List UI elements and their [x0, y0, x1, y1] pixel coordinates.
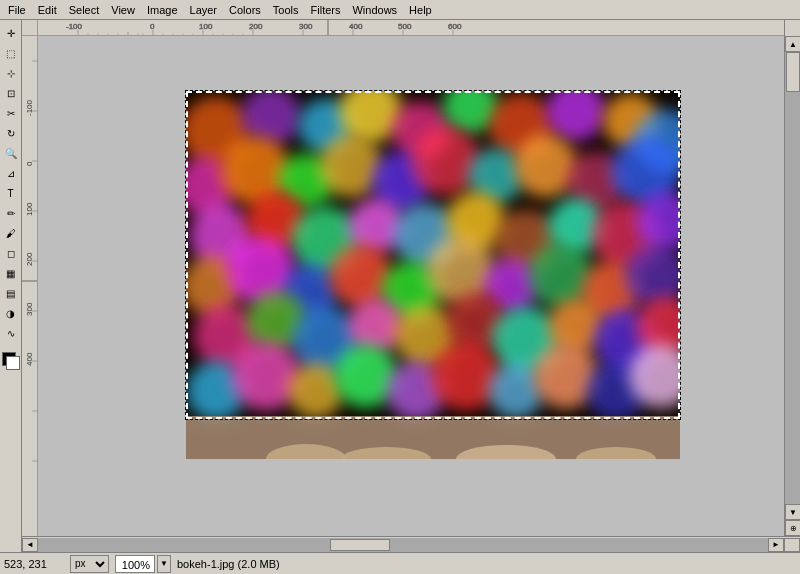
- statusbar: 523, 231 px % in mm 100% ▼ bokeh-1.jpg (…: [0, 552, 800, 574]
- svg-text:0: 0: [25, 161, 34, 166]
- ruler-and-canvas: ✛ ⬚ ⊹ ⊡ ✂ ↻ 🔍 ⊿ T ✏ 🖌 ◻ ▦ ▤ ◑ ∿: [0, 20, 800, 552]
- coordinates-display: 523, 231: [4, 558, 64, 570]
- menu-edit[interactable]: Edit: [32, 2, 63, 18]
- tool-erase[interactable]: ◻: [2, 244, 20, 262]
- scroll-down-button[interactable]: ▼: [785, 504, 800, 520]
- top-right-corner: [784, 20, 800, 36]
- svg-text:600: 600: [448, 22, 462, 31]
- svg-text:400: 400: [349, 22, 363, 31]
- svg-text:0: 0: [150, 22, 155, 31]
- menu-view[interactable]: View: [105, 2, 141, 18]
- svg-text:200: 200: [25, 252, 34, 266]
- zoom-dropdown-button[interactable]: ▼: [157, 555, 171, 573]
- hscroll-track[interactable]: [38, 538, 768, 552]
- unit-select[interactable]: px % in mm: [70, 555, 109, 573]
- tool-lasso[interactable]: ⊹: [2, 64, 20, 82]
- menu-layer[interactable]: Layer: [184, 2, 224, 18]
- left-ruler: -100 0 100 200 300 400: [22, 36, 38, 536]
- horizontal-scrollbar: ◄ ►: [22, 536, 800, 552]
- svg-text:-100: -100: [66, 22, 83, 31]
- ruler-corner: [22, 20, 38, 36]
- scroll-up-button[interactable]: ▲: [785, 36, 800, 52]
- svg-text:100: 100: [199, 22, 213, 31]
- tool-zoom[interactable]: 🔍: [2, 144, 20, 162]
- right-scrollbar: ▲ ▼ ⊕: [784, 36, 800, 536]
- menu-image[interactable]: Image: [141, 2, 184, 18]
- tool-gradient[interactable]: ▤: [2, 284, 20, 302]
- tool-fill[interactable]: ▦: [2, 264, 20, 282]
- bokeh-image: [186, 91, 680, 459]
- menu-help[interactable]: Help: [403, 2, 438, 18]
- top-section: -100 0 100 200 300 400: [22, 20, 800, 36]
- image-container: [186, 91, 680, 459]
- scroll-right-button[interactable]: ►: [768, 538, 784, 552]
- scroll-left-button[interactable]: ◄: [22, 538, 38, 552]
- menu-colors[interactable]: Colors: [223, 2, 267, 18]
- menu-select[interactable]: Select: [63, 2, 106, 18]
- app: ✛ ⬚ ⊹ ⊡ ✂ ↻ 🔍 ⊿ T ✏ 🖌 ◻ ▦ ▤ ◑ ∿: [0, 20, 800, 574]
- svg-text:-100: -100: [25, 99, 34, 116]
- menu-file[interactable]: File: [2, 2, 32, 18]
- tool-shear[interactable]: ⊿: [2, 164, 20, 182]
- tool-rotate[interactable]: ↻: [2, 124, 20, 142]
- svg-text:200: 200: [249, 22, 263, 31]
- svg-text:300: 300: [299, 22, 313, 31]
- svg-text:300: 300: [25, 302, 34, 316]
- resize-handle[interactable]: ⊕: [785, 520, 800, 536]
- filename-display: bokeh-1.jpg (2.0 MB): [177, 558, 796, 570]
- left-toolbar: ✛ ⬚ ⊹ ⊡ ✂ ↻ 🔍 ⊿ T ✏ 🖌 ◻ ▦ ▤ ◑ ∿: [0, 20, 22, 552]
- zoom-value: 100%: [115, 555, 155, 573]
- hscroll-thumb[interactable]: [330, 539, 390, 551]
- tool-arrow[interactable]: ✛: [2, 24, 20, 42]
- tool-crop[interactable]: ✂: [2, 104, 20, 122]
- menu-windows[interactable]: Windows: [346, 2, 403, 18]
- tool-dodge[interactable]: ◑: [2, 304, 20, 322]
- scroll-thumb-vertical[interactable]: [786, 52, 800, 92]
- main-section: -100 0 100 200 300 400: [22, 36, 800, 536]
- scroll-track-vertical[interactable]: [785, 52, 800, 504]
- hscroll-container: ◄ ►: [22, 538, 784, 552]
- top-ruler: -100 0 100 200 300 400: [38, 20, 784, 36]
- tool-paint[interactable]: ✏: [2, 204, 20, 222]
- svg-text:100: 100: [25, 202, 34, 216]
- zoom-display: 100% ▼: [115, 555, 171, 573]
- foreground-color[interactable]: [2, 352, 20, 370]
- svg-text:500: 500: [398, 22, 412, 31]
- tool-smudge[interactable]: ∿: [2, 324, 20, 342]
- menubar: File Edit Select View Image Layer Colors…: [0, 0, 800, 20]
- canvas-area[interactable]: [38, 36, 784, 536]
- corner-resize-button[interactable]: [784, 538, 800, 552]
- menu-tools[interactable]: Tools: [267, 2, 305, 18]
- menu-filters[interactable]: Filters: [305, 2, 347, 18]
- tool-fuzzy-select[interactable]: ⊡: [2, 84, 20, 102]
- tool-select-rect[interactable]: ⬚: [2, 44, 20, 62]
- tool-text[interactable]: T: [2, 184, 20, 202]
- svg-text:400: 400: [25, 352, 34, 366]
- tool-brush[interactable]: 🖌: [2, 224, 20, 242]
